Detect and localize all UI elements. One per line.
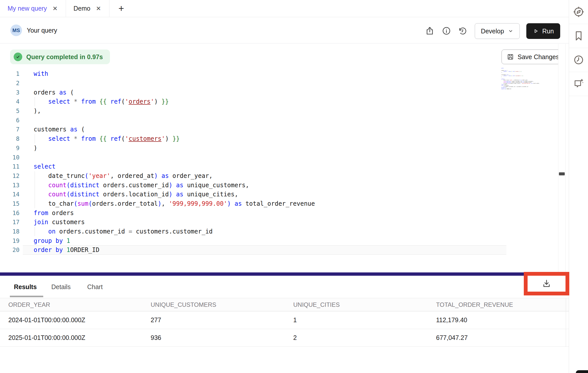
tab-my-new-query[interactable]: My new query✕ [0, 0, 66, 17]
results-tab-details[interactable]: Details [51, 276, 76, 298]
code-line-5[interactable]: 5), [0, 106, 569, 116]
token: ( [66, 89, 74, 96]
tab-bar: My new query✕Demo✕ + [0, 0, 569, 17]
close-icon[interactable]: ✕ [96, 6, 101, 12]
table-row[interactable]: 2024-01-01T00:00:00.000Z2771112,179.40 [0, 311, 569, 329]
minimap-token: select [504, 71, 507, 72]
table-gutter-line [566, 298, 566, 347]
token: join [34, 219, 48, 226]
run-button[interactable]: Run [526, 23, 560, 39]
token: ' [125, 98, 128, 105]
minimap-token: customers [515, 75, 520, 76]
token: as [235, 200, 242, 207]
avatar: MS [10, 25, 22, 36]
code-line-19[interactable]: 19group by 1 [0, 236, 569, 245]
minimap-token: select [504, 75, 507, 76]
token: ), [34, 107, 41, 114]
results-tab-chart[interactable]: Chart [87, 276, 107, 298]
minimap-token: orders.order_total [510, 83, 520, 84]
info-icon[interactable] [442, 26, 451, 35]
code-line-16[interactable]: 16from orders [0, 208, 569, 218]
token: ( [121, 135, 125, 142]
line-number: 12 [0, 173, 19, 179]
token: orders.customer_id [99, 182, 169, 189]
editor-scrollbar[interactable] [558, 44, 566, 272]
code-line-13[interactable]: 13 count(distinct orders.customer_id) as… [0, 180, 569, 190]
token: 1 [66, 237, 70, 244]
sidebar-item-explore[interactable] [569, 0, 588, 24]
line-number: 11 [0, 163, 19, 170]
code-editor[interactable]: 1with23orders as (4 select * from {{ ref… [0, 69, 569, 255]
token: 'year' [88, 172, 110, 179]
table-row[interactable]: 2025-01-01T00:00:00.000Z9362677,047.27 [0, 329, 569, 347]
token: customers.customer_id [132, 228, 213, 235]
code-text: ) [34, 145, 37, 152]
new-tab-button[interactable]: + [109, 0, 126, 17]
token: distinct [70, 182, 100, 189]
token [107, 135, 110, 142]
token: customers [129, 135, 162, 142]
token: as [176, 182, 184, 189]
line-number: 15 [0, 200, 19, 207]
code-text: date_trunc('year', ordered_at) as order_… [34, 172, 213, 179]
token: date_trunc [48, 172, 85, 179]
compass-icon [573, 6, 584, 18]
develop-dropdown[interactable]: Develop [475, 23, 520, 39]
code-line-10[interactable]: 10 [0, 153, 569, 162]
code-line-8[interactable]: 8 select * from {{ ref('customers') }} [0, 134, 569, 144]
results-tab-results[interactable]: Results [14, 276, 39, 298]
results-tabbar: ResultsDetailsChart [0, 276, 569, 298]
minimap-token: orders [515, 71, 519, 72]
code-text: to_char(sum(orders.order_total), '999,99… [34, 200, 315, 207]
token: , [162, 200, 169, 207]
code-line-15[interactable]: 15 to_char(sum(orders.order_total), '999… [0, 199, 569, 208]
line-number: 18 [0, 228, 19, 235]
code-line-4[interactable]: 4 select * from {{ ref('orders') }} [0, 97, 569, 106]
tab-demo[interactable]: Demo✕ [66, 0, 109, 17]
download-results-button[interactable] [528, 276, 566, 292]
code-line-6[interactable]: 6 [0, 115, 569, 125]
code-line-14[interactable]: 14 count(distinct orders.location_id) as… [0, 190, 569, 199]
sidebar-item-history[interactable] [569, 48, 588, 72]
scrollbar-thumb[interactable] [559, 172, 565, 175]
code-line-11[interactable]: 11select [0, 162, 569, 171]
line-number: 9 [0, 145, 19, 151]
share-icon[interactable] [425, 26, 434, 35]
line-number: 13 [0, 182, 19, 189]
token: ( [88, 200, 92, 207]
line-number: 5 [0, 108, 19, 114]
bookmark-icon [573, 30, 584, 42]
table-header-row: ORDER_YEARUNIQUE_CUSTOMERSUNIQUE_CITIEST… [0, 298, 569, 311]
code-line-3[interactable]: 3orders as ( [0, 88, 569, 97]
token: orders [129, 98, 151, 105]
code-line-9[interactable]: 9) [0, 144, 569, 153]
code-text: with [34, 70, 48, 77]
token [77, 98, 81, 105]
code-line-12[interactable]: 12 date_trunc('year', ordered_at) as ord… [0, 171, 569, 181]
save-changes-button[interactable]: Save Changes [502, 50, 564, 64]
code-line-18[interactable]: 18 on orders.customer_id = customers.cus… [0, 227, 569, 236]
sidebar-item-ai-chat[interactable] [569, 72, 588, 96]
token: ) [158, 200, 161, 207]
tab-label: Demo [74, 5, 91, 12]
code-line-1[interactable]: 1with [0, 69, 569, 79]
line-number: 1 [0, 71, 19, 77]
minimap-token: customers.customer_id [516, 86, 528, 87]
close-icon[interactable]: ✕ [53, 6, 58, 12]
line-number: 7 [0, 126, 19, 133]
code-line-20[interactable]: 20order by 1ORDER_ID [0, 245, 569, 255]
save-label: Save Changes [517, 53, 559, 61]
sidebar-item-bookmarks[interactable] [569, 24, 588, 48]
editor-minimap[interactable]: withorders as ( select * from {{ ref('or… [501, 68, 540, 89]
code-line-17[interactable]: 17join customers [0, 218, 569, 227]
history-icon[interactable] [458, 26, 467, 35]
token: orders.order_total [92, 200, 158, 207]
table-cell: 936 [151, 334, 293, 341]
minimap-token: order by [501, 88, 506, 89]
token: ( [77, 126, 85, 133]
code-line-2[interactable]: 2 [0, 79, 569, 88]
minimap-token: '999,999,999.00' [522, 83, 530, 84]
panel-resizer[interactable] [0, 272, 569, 276]
save-icon [507, 53, 514, 60]
code-line-7[interactable]: 7customers as ( [0, 125, 569, 134]
